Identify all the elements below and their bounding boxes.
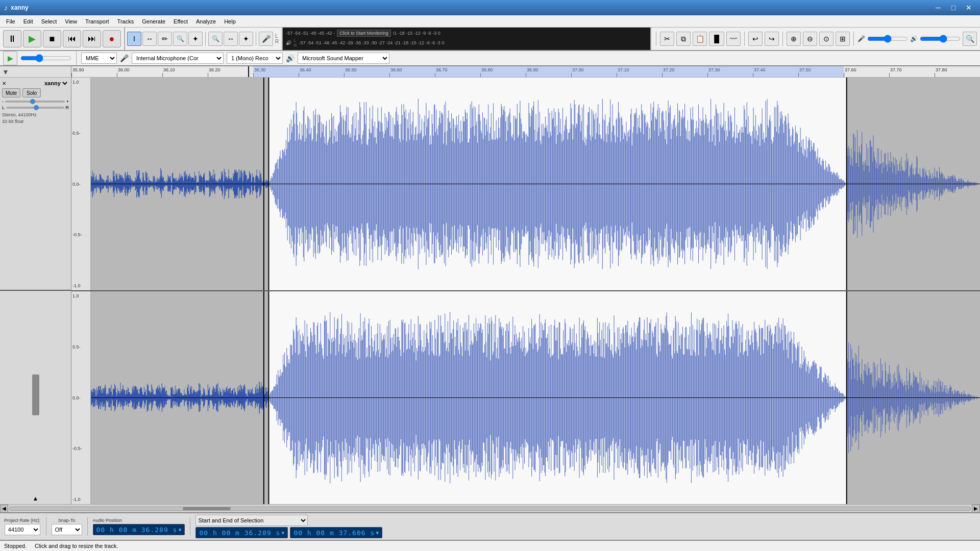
skip-back-button[interactable]: ⏮ <box>63 30 81 47</box>
content-area: ▼ 35.9036.0036.1036.2036.3036.4036.5036.… <box>0 66 980 512</box>
zoom-in-button[interactable]: ⊕ <box>787 32 801 46</box>
menu-effect[interactable]: Effect <box>169 15 192 27</box>
sel-end-dropdown[interactable]: ▼ <box>376 530 379 536</box>
audio-position-display: 00 h 00 m 36.289 s ▼ <box>93 524 185 535</box>
selection-tool-button[interactable]: I <box>127 32 141 46</box>
find-button[interactable]: 🔍 <box>963 32 977 46</box>
channels-select[interactable]: 1 (Mono) Reco <box>227 53 283 64</box>
paste-button[interactable]: 📋 <box>693 32 707 46</box>
db2-n0-5: -0.5- <box>72 446 89 451</box>
selection-group: Start and End of Selection 00 h 00 m 36.… <box>195 515 382 538</box>
sel-start-dropdown[interactable]: ▼ <box>281 530 284 536</box>
snap-to-select[interactable]: Off <box>52 524 82 535</box>
track-info-line1: Stereo, 44100Hz <box>2 112 69 118</box>
speed-slider[interactable] <box>20 54 71 62</box>
speaker-device-icon: 🔊 <box>286 54 295 62</box>
zoom-sel-button[interactable]: ✦ <box>239 32 253 46</box>
zoom-full-button[interactable]: ⊞ <box>836 32 850 46</box>
pan-l-1: L <box>2 105 5 110</box>
tracks-left: ✕ xanny Mute Solo - + <box>0 78 71 504</box>
scroll-left-button[interactable]: ◀ <box>0 505 8 513</box>
close-button[interactable]: ✕ <box>962 2 976 13</box>
copy-button[interactable]: ⧉ <box>676 32 691 46</box>
db2-0-0: 0.0- <box>72 395 89 400</box>
bottom-controls: Project Rate (Hz): 44100 Snap-To Off Aud… <box>0 512 980 540</box>
pan-thumb-1 <box>34 105 39 110</box>
menu-tracks[interactable]: Tracks <box>113 15 138 27</box>
track-header-1: ✕ xanny Mute Solo - + <box>0 78 71 291</box>
tool-sep2 <box>256 32 256 46</box>
hscrollbar: ◀ ▶ <box>0 504 980 512</box>
magnify-button[interactable]: 🔍 <box>208 32 223 46</box>
vu-scale-bot: -57 -54 -51 -48 -45 -42 -39 -36 -33 -30 … <box>299 40 445 45</box>
menu-analyze[interactable]: Analyze <box>192 15 220 27</box>
undo-button[interactable]: ↩ <box>748 32 763 46</box>
pan-row-1: L R <box>2 105 69 110</box>
pause-button[interactable]: ⏸ <box>3 30 21 47</box>
trim-button[interactable]: ▐▌ <box>709 32 724 46</box>
audio-position-label: Audio Position <box>93 518 122 523</box>
track-close-1[interactable]: ✕ <box>2 81 6 86</box>
scroll-thumb[interactable] <box>183 507 231 510</box>
multi-tool-button[interactable]: ✦ <box>188 32 203 46</box>
title-bar: ♪ xanny ─ □ ✕ <box>0 0 980 15</box>
skip-fwd-button[interactable]: ⏭ <box>83 30 101 47</box>
stop-button[interactable]: ■ <box>43 30 61 47</box>
menu-view[interactable]: View <box>61 15 81 27</box>
menu-generate[interactable]: Generate <box>138 15 169 27</box>
audio-position-dropdown[interactable]: ▼ <box>178 527 181 533</box>
scroll-right-button[interactable]: ▶ <box>972 505 980 513</box>
tools-section: I ↔ ✏ 🔍 ✦ 🔍 ↔ ✦ 🎤 LR <box>125 28 283 50</box>
selection-type-select[interactable]: Start and End of Selection <box>195 515 308 526</box>
zoom-tool-button[interactable]: 🔍 <box>173 32 187 46</box>
minimize-button[interactable]: ─ <box>931 2 945 13</box>
db-scale-bottom: 1.0 0.5- 0.0- -0.5- -1.0 <box>71 291 91 504</box>
db-0-0: 0.0- <box>72 182 89 187</box>
vu-scale-top2: !1 -18 -15 -12 -9 -6 -3 0 <box>393 31 440 36</box>
silence-button[interactable]: 〰 <box>726 32 741 46</box>
track-header-2: ▲ <box>0 291 71 504</box>
ruler-wrapper: ▼ 35.9036.0036.1036.2036.3036.4036.5036.… <box>0 66 980 78</box>
mic-input-button[interactable]: 🎤 <box>259 32 273 46</box>
tracks-right: 1.0 0.5- 0.0- -0.5- -1.0 1.0 0.5- 0.0- <box>71 78 980 504</box>
tool-sep <box>205 32 206 46</box>
project-rate-select[interactable]: 44100 <box>5 524 40 535</box>
menu-edit[interactable]: Edit <box>19 15 37 27</box>
solo-button-1[interactable]: Solo <box>22 88 41 97</box>
db-n0-5: -0.5- <box>72 232 89 237</box>
menu-file[interactable]: File <box>2 15 19 27</box>
playback-volume-slider[interactable] <box>920 35 961 43</box>
pb-sep4 <box>853 32 854 46</box>
zoom-out-button[interactable]: ⊖ <box>803 32 817 46</box>
sel-end-display: 00 h 00 m 37.606 s ▼ <box>290 527 382 538</box>
track-resize-handle[interactable] <box>32 374 39 415</box>
menu-help[interactable]: Help <box>220 15 240 27</box>
vu-bot-row: 🔊 LR -57 -54 -51 -48 -45 -42 -39 -36 -33… <box>286 38 647 48</box>
mic-volume-slider[interactable] <box>867 35 908 43</box>
track-arrow-icon[interactable]: ▲ <box>33 495 39 502</box>
api-select[interactable]: MME <box>81 53 117 64</box>
record-button[interactable]: ● <box>103 30 121 47</box>
toolbar-row1: ⏸ ▶ ■ ⏮ ⏭ ● I ↔ ✏ 🔍 ✦ 🔍 ↔ ✦ 🎤 LR -57 -54… <box>0 28 980 51</box>
vu-lr-label: LR <box>293 38 297 48</box>
db-1-0: 1.0 <box>72 80 89 85</box>
mute-button-1[interactable]: Mute <box>2 88 20 97</box>
audio-position-value: 00 h 00 m 36.289 s <box>96 526 178 534</box>
cut-button[interactable]: ✂ <box>660 32 674 46</box>
menu-transport[interactable]: Transport <box>81 15 113 27</box>
play-button[interactable]: ▶ <box>23 30 41 47</box>
play-at-speed-button[interactable]: ▶ <box>3 51 17 65</box>
output-select[interactable]: Microsoft Sound Mapper <box>298 53 389 64</box>
zoom-fit-button[interactable]: ⊙ <box>819 32 834 46</box>
audio-position-group: Audio Position 00 h 00 m 36.289 s ▼ <box>93 518 185 535</box>
vu-monitor-button[interactable]: Click to Start Monitoring <box>337 30 391 37</box>
db-scale-top: 1.0 0.5- 0.0- -0.5- -1.0 <box>71 78 91 290</box>
redo-button[interactable]: ↪ <box>765 32 779 46</box>
maximize-button[interactable]: □ <box>946 2 961 13</box>
envelope-tool-button[interactable]: ↔ <box>142 32 157 46</box>
fit-button[interactable]: ↔ <box>224 32 238 46</box>
draw-tool-button[interactable]: ✏ <box>158 32 172 46</box>
mic-select[interactable]: Internal Microphone (Cor <box>132 53 224 64</box>
menu-select[interactable]: Select <box>37 15 61 27</box>
track-name-select-1[interactable]: xanny <box>42 80 69 87</box>
